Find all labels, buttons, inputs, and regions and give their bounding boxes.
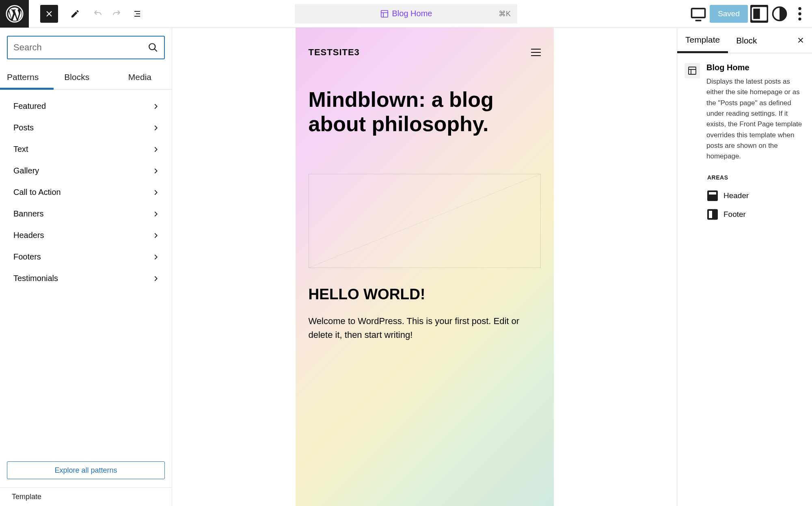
close-settings-button[interactable]: [794, 34, 807, 47]
category-headers[interactable]: Headers: [0, 225, 172, 246]
saved-button[interactable]: Saved: [710, 5, 748, 23]
inserter-panel: Patterns Blocks Media Featured Posts Tex…: [0, 28, 172, 506]
tab-blocks[interactable]: Blocks: [54, 67, 100, 89]
explore-patterns-button[interactable]: Explore all patterns: [7, 461, 165, 479]
tab-template[interactable]: Template: [677, 28, 728, 53]
edit-tool-button[interactable]: [66, 5, 84, 23]
list-view-button[interactable]: [128, 5, 146, 23]
site-title[interactable]: TESTSITE3: [309, 47, 360, 58]
tab-media[interactable]: Media: [100, 67, 172, 89]
search-input[interactable]: [13, 42, 148, 53]
nav-menu-icon[interactable]: [531, 49, 541, 56]
category-posts[interactable]: Posts: [0, 117, 172, 138]
svg-rect-1: [381, 10, 388, 17]
post-title[interactable]: HELLO WORLD!: [309, 286, 541, 303]
areas-label: AREAS: [707, 174, 805, 181]
header-area-icon: [707, 190, 718, 201]
category-footers[interactable]: Footers: [0, 246, 172, 268]
area-footer[interactable]: Footer: [685, 205, 805, 224]
post-body[interactable]: Welcome to WordPress. This is your first…: [309, 314, 541, 342]
category-testimonials[interactable]: Testimonials: [0, 268, 172, 289]
tab-block[interactable]: Block: [728, 28, 765, 52]
category-gallery[interactable]: Gallery: [0, 160, 172, 182]
search-box: [7, 36, 165, 59]
category-featured[interactable]: Featured: [0, 95, 172, 117]
featured-image-placeholder[interactable]: [309, 174, 541, 268]
footer-area-icon: [707, 209, 718, 220]
document-title: Blog Home: [392, 9, 432, 18]
pattern-category-list: Featured Posts Text Gallery Call to Acti…: [0, 90, 172, 461]
svg-point-9: [149, 43, 155, 50]
svg-rect-10: [689, 67, 696, 74]
template-icon: [380, 9, 389, 18]
svg-rect-4: [761, 8, 766, 19]
category-text[interactable]: Text: [0, 138, 172, 160]
template-icon: [685, 63, 700, 78]
svg-point-7: [798, 12, 801, 15]
styles-button[interactable]: [771, 5, 788, 23]
options-menu-button[interactable]: [791, 5, 809, 23]
inserter-tabs: Patterns Blocks Media: [0, 67, 172, 90]
category-cta[interactable]: Call to Action: [0, 182, 172, 203]
redo-button[interactable]: [108, 5, 125, 23]
category-banners[interactable]: Banners: [0, 203, 172, 225]
editor-canvas[interactable]: TESTSITE3 Mindblown: a blog about philos…: [172, 28, 677, 506]
area-header[interactable]: Header: [685, 186, 805, 205]
undo-button[interactable]: [89, 5, 107, 23]
wordpress-logo[interactable]: [0, 0, 29, 28]
document-title-bar[interactable]: Blog Home ⌘K: [295, 4, 517, 24]
template-description: Displays the latest posts as either the …: [706, 76, 805, 162]
svg-rect-2: [692, 9, 705, 17]
search-icon: [148, 42, 158, 53]
top-toolbar: Blog Home ⌘K Saved: [0, 0, 812, 28]
svg-point-8: [798, 17, 801, 20]
settings-panel-toggle[interactable]: [750, 5, 768, 23]
blog-heading[interactable]: Mindblown: a blog about philosophy.: [309, 88, 541, 136]
view-button[interactable]: [689, 5, 707, 23]
svg-point-6: [798, 7, 801, 10]
settings-panel: Template Block Blog Home Displays the la…: [677, 28, 812, 506]
template-name: Blog Home: [706, 63, 805, 72]
tab-patterns[interactable]: Patterns: [0, 67, 54, 90]
breadcrumb[interactable]: Template: [0, 487, 172, 506]
close-inserter-button[interactable]: [40, 5, 58, 23]
command-shortcut: ⌘K: [499, 9, 511, 18]
